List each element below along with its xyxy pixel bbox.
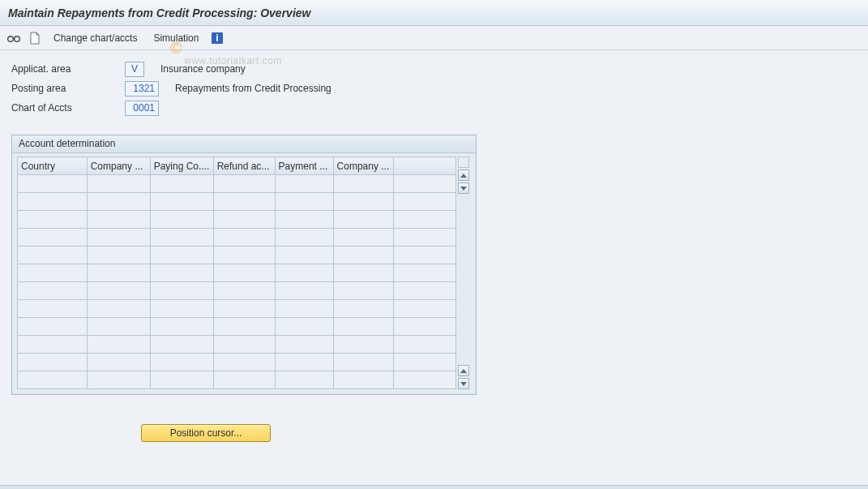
table-cell[interactable] — [150, 354, 213, 371]
scroll-up-button[interactable] — [458, 169, 469, 181]
table-cell[interactable] — [333, 193, 393, 211]
table-cell[interactable] — [87, 264, 150, 282]
table-cell[interactable] — [275, 318, 333, 336]
simulation-button[interactable]: Simulation — [148, 31, 203, 45]
table-row[interactable] — [18, 264, 456, 282]
scroll-up-button-2[interactable] — [458, 365, 469, 376]
table-cell[interactable] — [18, 300, 88, 318]
table-cell[interactable] — [87, 211, 150, 229]
table-cell[interactable] — [18, 282, 88, 300]
table-cell[interactable] — [150, 247, 213, 264]
table-cell[interactable] — [18, 175, 88, 193]
table-cell[interactable] — [393, 211, 455, 229]
table-cell[interactable] — [87, 175, 150, 193]
table-cell[interactable] — [275, 175, 333, 193]
table-row[interactable] — [18, 211, 456, 229]
table-cell[interactable] — [275, 247, 333, 264]
table-cell[interactable] — [87, 229, 150, 247]
table-cell[interactable] — [275, 354, 333, 371]
table-cell[interactable] — [150, 175, 213, 193]
table-cell[interactable] — [213, 318, 275, 336]
col-company-2[interactable]: Company ... — [333, 157, 393, 175]
table-cell[interactable] — [275, 193, 333, 211]
position-cursor-button[interactable]: Position cursor... — [141, 424, 271, 442]
table-cell[interactable] — [393, 336, 455, 354]
table-cell[interactable] — [150, 264, 213, 282]
table-cell[interactable] — [150, 318, 213, 336]
table-cell[interactable] — [213, 247, 275, 264]
table-cell[interactable] — [213, 193, 275, 211]
table-cell[interactable] — [333, 371, 393, 389]
table-cell[interactable] — [87, 318, 150, 336]
table-cell[interactable] — [18, 318, 88, 336]
table-cell[interactable] — [393, 175, 455, 193]
table-cell[interactable] — [333, 354, 393, 371]
table-cell[interactable] — [275, 282, 333, 300]
table-cell[interactable] — [150, 371, 213, 389]
table-cell[interactable] — [275, 211, 333, 229]
table-cell[interactable] — [275, 264, 333, 282]
table-cell[interactable] — [150, 211, 213, 229]
col-payment[interactable]: Payment ... — [275, 157, 333, 175]
chart-of-accts-input[interactable] — [125, 101, 159, 116]
table-cell[interactable] — [275, 229, 333, 247]
table-cell[interactable] — [213, 282, 275, 300]
table-row[interactable] — [18, 247, 456, 264]
col-company-1[interactable]: Company ... — [87, 157, 150, 175]
table-cell[interactable] — [333, 318, 393, 336]
info-icon[interactable]: i — [210, 31, 224, 45]
table-cell[interactable] — [87, 336, 150, 354]
table-cell[interactable] — [18, 193, 88, 211]
table-cell[interactable] — [150, 300, 213, 318]
table-cell[interactable] — [393, 318, 455, 336]
table-cell[interactable] — [213, 211, 275, 229]
table-cell[interactable] — [393, 229, 455, 247]
table-cell[interactable] — [87, 354, 150, 371]
table-cell[interactable] — [393, 247, 455, 264]
table-cell[interactable] — [213, 336, 275, 354]
table-cell[interactable] — [213, 264, 275, 282]
table-cell[interactable] — [150, 282, 213, 300]
table-cell[interactable] — [213, 354, 275, 371]
table-cell[interactable] — [213, 229, 275, 247]
table-cell[interactable] — [213, 300, 275, 318]
table-cell[interactable] — [213, 371, 275, 389]
new-page-icon[interactable] — [28, 31, 42, 45]
table-cell[interactable] — [18, 336, 88, 354]
table-cell[interactable] — [393, 300, 455, 318]
table-cell[interactable] — [275, 336, 333, 354]
table-row[interactable] — [18, 371, 456, 389]
table-cell[interactable] — [333, 211, 393, 229]
table-cell[interactable] — [333, 336, 393, 354]
table-cell[interactable] — [18, 247, 88, 264]
table-cell[interactable] — [393, 354, 455, 371]
table-cell[interactable] — [333, 264, 393, 282]
table-row[interactable] — [18, 318, 456, 336]
table-cell[interactable] — [393, 371, 455, 389]
table-cell[interactable] — [213, 175, 275, 193]
table-cell[interactable] — [87, 193, 150, 211]
table-cell[interactable] — [275, 300, 333, 318]
change-chart-accts-button[interactable]: Change chart/accts — [49, 31, 142, 45]
table-row[interactable] — [18, 229, 456, 247]
table-row[interactable] — [18, 354, 456, 371]
table-cell[interactable] — [393, 193, 455, 211]
account-determination-table[interactable]: Country Company ... Paying Co.... Refund… — [17, 157, 456, 389]
col-refund-ac[interactable]: Refund ac... — [213, 157, 275, 175]
table-cell[interactable] — [333, 229, 393, 247]
table-cell[interactable] — [87, 282, 150, 300]
table-row[interactable] — [18, 300, 456, 318]
scroll-down-button-2[interactable] — [458, 378, 469, 389]
table-row[interactable] — [18, 175, 456, 193]
table-cell[interactable] — [333, 247, 393, 264]
table-cell[interactable] — [18, 354, 88, 371]
table-row[interactable] — [18, 336, 456, 354]
table-cell[interactable] — [333, 282, 393, 300]
table-cell[interactable] — [275, 371, 333, 389]
table-cell[interactable] — [333, 300, 393, 318]
table-row[interactable] — [18, 282, 456, 300]
table-cell[interactable] — [87, 371, 150, 389]
scroll-down-button[interactable] — [458, 182, 469, 194]
table-cell[interactable] — [150, 193, 213, 211]
col-paying-co[interactable]: Paying Co.... — [150, 157, 213, 175]
